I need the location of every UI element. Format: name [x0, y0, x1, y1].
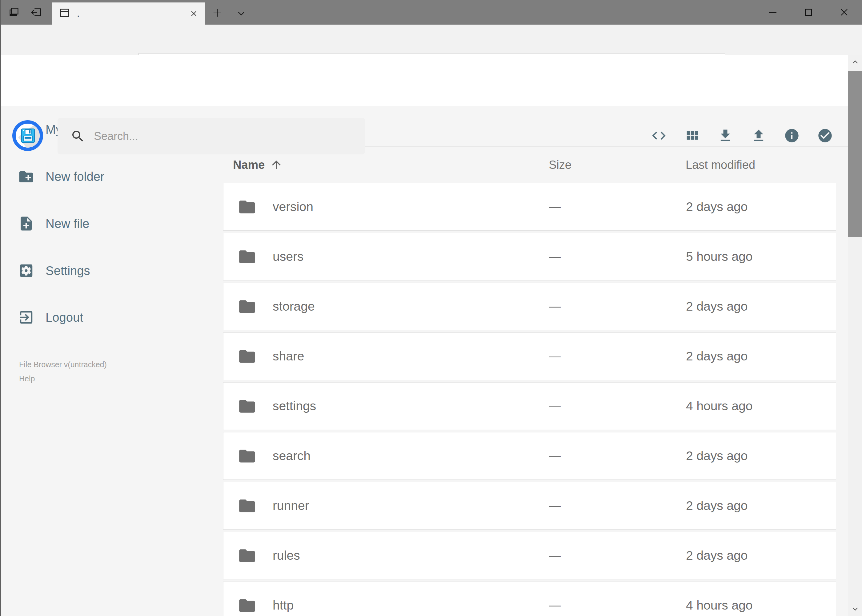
browser-tab[interactable]: . — [52, 2, 205, 25]
row-modified: 5 hours ago — [686, 233, 753, 280]
table-row-users[interactable]: users — 5 hours ago — [223, 233, 836, 280]
folder-icon — [238, 198, 257, 217]
row-modified: 4 hours ago — [686, 383, 753, 430]
window-minimize-button[interactable] — [764, 0, 782, 25]
row-modified: 2 days ago — [686, 283, 748, 330]
tab-page-icon — [59, 7, 70, 20]
folder-icon — [238, 397, 257, 416]
row-size: — — [549, 482, 561, 529]
row-name: share — [273, 333, 304, 380]
search-input[interactable] — [93, 129, 346, 143]
row-name: search — [273, 432, 310, 479]
row-modified: 4 hours ago — [686, 582, 753, 616]
row-modified: 2 days ago — [686, 482, 748, 529]
row-modified: 2 days ago — [686, 333, 748, 380]
row-size: — — [549, 183, 561, 230]
tab-close-icon[interactable] — [189, 8, 199, 19]
folder-icon — [238, 596, 257, 615]
column-name-label: Name — [233, 159, 265, 171]
new-file-icon — [18, 215, 35, 232]
scrollbar-thumb[interactable] — [848, 71, 862, 237]
row-size: — — [549, 582, 561, 616]
folder-icon — [238, 446, 257, 466]
file-listing: Name Size Last modified version — 2 days… — [223, 106, 848, 616]
tabs-set-aside-icon[interactable] — [7, 6, 21, 19]
search-bar[interactable] — [58, 118, 365, 154]
row-name: version — [273, 183, 313, 230]
logout-icon — [18, 309, 35, 326]
folder-icon — [238, 347, 257, 366]
folder-icon — [238, 297, 257, 316]
sidebar-item-settings[interactable]: Settings — [0, 247, 203, 294]
sidebar-credits: File Browser v(untracked) Help — [19, 360, 203, 383]
info-icon[interactable] — [784, 127, 800, 144]
table-row-share[interactable]: share — 2 days ago — [223, 332, 836, 380]
row-name: storage — [273, 283, 315, 330]
browser-titlebar: . — [0, 0, 862, 25]
new-folder-icon — [18, 168, 35, 185]
select-check-circle-icon[interactable] — [817, 127, 833, 144]
row-size: — — [549, 532, 561, 579]
download-icon[interactable] — [717, 127, 733, 144]
sidebar-item-label: New file — [46, 217, 89, 231]
row-name: settings — [273, 383, 316, 430]
row-name: users — [273, 233, 303, 280]
help-link[interactable]: Help — [19, 375, 203, 383]
row-size: — — [549, 333, 561, 380]
upload-icon[interactable] — [750, 127, 767, 144]
row-size: — — [549, 233, 561, 280]
settings-icon — [18, 262, 35, 279]
sidebar-item-label: New folder — [46, 170, 104, 184]
browser-window: . — [0, 0, 862, 616]
table-row-http[interactable]: http — 4 hours ago — [223, 581, 836, 616]
tab-title: . — [77, 8, 189, 19]
row-name: http — [273, 582, 293, 616]
row-size: — — [549, 283, 561, 330]
listing-rows: version — 2 days ago users — 5 hours ago… — [223, 183, 848, 616]
sidebar-item-new-folder[interactable]: New folder — [0, 153, 203, 200]
search-icon — [71, 129, 85, 144]
column-header-modified[interactable]: Last modified — [686, 147, 755, 183]
grid-view-icon[interactable] — [684, 127, 700, 144]
shell-code-icon[interactable] — [651, 127, 667, 144]
sort-ascending-arrow-icon — [270, 159, 283, 171]
folder-icon — [238, 247, 257, 266]
page-scrollbar[interactable] — [848, 55, 862, 616]
tab-actions-chevron-icon[interactable] — [235, 7, 247, 20]
filebrowser-page: My files New folder New file Settings Lo… — [0, 106, 848, 616]
folder-icon — [238, 497, 257, 515]
row-modified: 2 days ago — [686, 183, 748, 230]
sidebar-item-label: Settings — [46, 264, 90, 278]
table-row-settings[interactable]: settings — 4 hours ago — [223, 382, 836, 430]
version-text: File Browser v(untracked) — [19, 360, 203, 369]
filebrowser-logo[interactable] — [12, 120, 43, 151]
table-row-runner[interactable]: runner — 2 days ago — [223, 482, 836, 530]
table-row-storage[interactable]: storage — 2 days ago — [223, 283, 836, 330]
new-tab-button[interactable] — [211, 7, 224, 19]
row-modified: 2 days ago — [686, 432, 748, 479]
window-close-button[interactable] — [835, 0, 853, 25]
row-name: runner — [273, 482, 309, 529]
table-row-version[interactable]: version — 2 days ago — [223, 183, 836, 231]
scrollbar-down-arrow-icon[interactable] — [848, 602, 862, 616]
row-size: — — [549, 383, 561, 430]
window-maximize-button[interactable] — [800, 0, 817, 25]
sidebar-item-label: Logout — [46, 311, 83, 324]
set-tabs-aside-icon[interactable] — [30, 6, 43, 19]
table-row-rules[interactable]: rules — 2 days ago — [223, 532, 836, 580]
row-size: — — [549, 432, 561, 479]
row-name: rules — [273, 532, 300, 579]
browser-navbar: filebrowser.web/files/ — [0, 25, 862, 55]
sidebar-item-new-file[interactable]: New file — [0, 200, 203, 247]
sidebar-item-logout[interactable]: Logout — [0, 294, 203, 341]
row-modified: 2 days ago — [686, 532, 748, 579]
column-header-size[interactable]: Size — [549, 147, 572, 183]
table-row-search[interactable]: search — 2 days ago — [223, 432, 836, 480]
folder-icon — [238, 546, 257, 565]
scrollbar-up-arrow-icon[interactable] — [848, 55, 862, 69]
filebrowser-header — [0, 55, 848, 106]
header-actions — [651, 127, 833, 144]
